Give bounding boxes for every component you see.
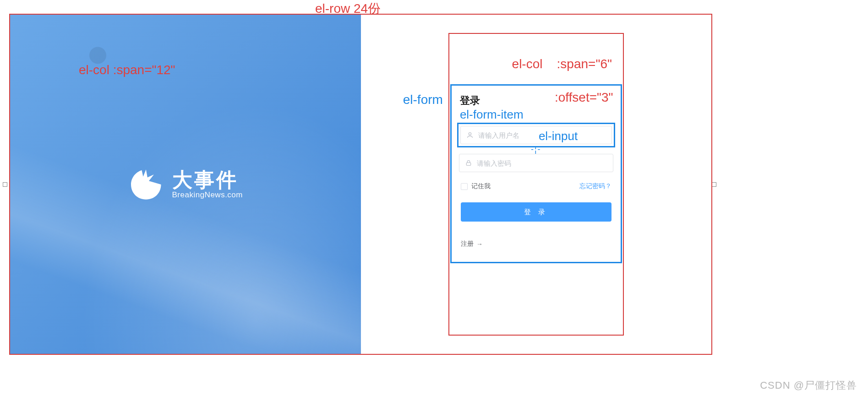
svg-point-0: [469, 133, 471, 135]
remember-me-label: 记住我: [471, 182, 491, 190]
arrow-right-icon: →: [476, 240, 483, 248]
register-label: 注册: [461, 240, 474, 248]
svg-rect-1: [466, 163, 470, 165]
remember-me-checkbox[interactable]: 记住我: [461, 182, 491, 190]
el-col-left: el-col :span="12" 大事件 BreakingNews.com: [10, 15, 361, 354]
password-input-wrap[interactable]: [459, 154, 613, 172]
el-col-right: el-col :span="6" :offset="3" 登录 el-form-…: [448, 33, 624, 336]
el-form: 登录 el-form-item el-input -¦-: [450, 84, 622, 263]
remember-row: 记住我 忘记密码？: [461, 182, 611, 190]
user-icon: [466, 131, 474, 139]
annotation-el-form: el-form: [403, 92, 443, 107]
username-input-wrap[interactable]: el-input: [460, 126, 612, 144]
annotation-el-form-item: el-form-item: [454, 108, 618, 122]
login-button[interactable]: 登 录: [461, 202, 611, 222]
brand-title: 大事件: [172, 169, 243, 191]
brand-logo-icon: [128, 167, 164, 202]
form-title: 登录: [454, 92, 618, 108]
crosshair-icon: -¦-: [531, 145, 541, 154]
resize-handle-right[interactable]: [712, 182, 716, 187]
watermark: CSDN @尸僵打怪兽: [760, 379, 857, 392]
register-link[interactable]: 注册 →: [461, 240, 611, 248]
lock-icon: [465, 159, 472, 167]
brand-subtitle: BreakingNews.com: [172, 191, 243, 200]
forgot-password-link[interactable]: 忘记密码？: [579, 182, 611, 190]
checkbox-box-icon[interactable]: [461, 183, 468, 190]
username-input[interactable]: [478, 131, 606, 139]
password-input[interactable]: [477, 159, 607, 167]
annotation-el-col-left: el-col :span="12": [79, 63, 175, 77]
el-form-item-username: el-input -¦-: [457, 123, 615, 147]
resize-handle-left[interactable]: [3, 182, 7, 187]
el-row-container: el-col :span="12" 大事件 BreakingNews.com e…: [9, 14, 712, 355]
annotation-col-right-span: el-col :span="6": [512, 57, 612, 71]
brand-block: 大事件 BreakingNews.com: [128, 167, 243, 202]
el-col-offset: el-form: [361, 15, 448, 354]
